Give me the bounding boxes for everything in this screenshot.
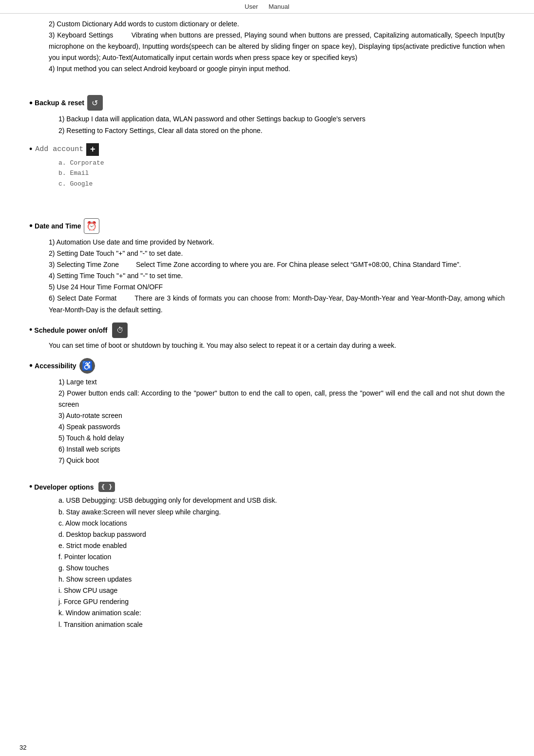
access-item6: 6) Install web scripts xyxy=(29,444,505,455)
datetime-item5: 5) Use 24 Hour Time Format ON/OFF xyxy=(29,282,505,293)
schedule-title: Schedule power on/off xyxy=(34,326,107,334)
keyboard-item3: 3) Keyboard Settings Vibrating when butt… xyxy=(29,30,505,63)
dev-item-b: b. Stay awake:Screen will never sleep wh… xyxy=(29,507,505,518)
backup-header: • Backup & reset ↺ xyxy=(29,95,505,111)
dev-item-j: j. Force GPU rendering xyxy=(29,596,505,607)
datetime-item6: 6) Select Date Format There are 3 kinds … xyxy=(29,293,505,315)
page-header: User Manual xyxy=(0,0,534,14)
add-account-item-c: c. Google xyxy=(29,179,505,189)
backup-item1: 1) Backup I data will application data, … xyxy=(29,113,505,125)
schedule-icon: ⏱ xyxy=(112,322,128,338)
dev-item-g: g. Show touches xyxy=(29,563,505,574)
keyboard-item2: 2) Custom Dictionary Add words to custom… xyxy=(29,19,505,30)
add-account-item-a: a. Corporate xyxy=(29,158,505,168)
accessibility-section: • Accessibility ♿ 1) Large text 2) Power… xyxy=(29,358,505,467)
add-account-header: • Add account + xyxy=(29,143,505,156)
datetime-item3: 3) Selecting Time Zone Select Time Zone … xyxy=(29,259,505,270)
accessibility-icon: ♿ xyxy=(79,358,95,374)
keyboard-section: 2) Custom Dictionary Add words to custom… xyxy=(29,19,505,75)
backup-title: Backup & reset xyxy=(35,99,84,107)
schedule-section: • Schedule power on/off ⏱ You can set ti… xyxy=(29,322,505,351)
date-time-bullet: • xyxy=(29,220,33,231)
access-item1: 1) Large text xyxy=(29,377,505,388)
page-number: 32 xyxy=(19,744,26,751)
header-left: User xyxy=(245,3,258,10)
dev-item-e: e. Strict mode enabled xyxy=(29,540,505,551)
access-item2: 2) Power button ends call: According to … xyxy=(29,388,505,410)
developer-icon: { } xyxy=(98,482,114,492)
dev-item-i: i. Show CPU usage xyxy=(29,585,505,596)
date-time-section: • Date and Time ⏰ 1) Automation Use date… xyxy=(29,218,505,316)
schedule-text: You can set time of boot or shutdown by … xyxy=(29,340,505,351)
dev-item-k: k. Window animation scale: xyxy=(29,607,505,619)
add-account-title: Add account xyxy=(35,145,83,153)
dev-item-d: d. Desktop backup password xyxy=(29,529,505,540)
dev-item-l: l. Transition animation scale xyxy=(29,619,505,630)
accessibility-bullet: • xyxy=(29,360,33,371)
access-item5: 5) Touch & hold delay xyxy=(29,433,505,444)
dev-item-c: c. Alow mock locations xyxy=(29,518,505,529)
access-item7: 7) Quick boot xyxy=(29,455,505,466)
header-right: Manual xyxy=(268,3,289,10)
access-item3: 3) Auto-rotate screen xyxy=(29,410,505,421)
dev-item-f: f. Pointer location xyxy=(29,551,505,563)
add-account-bullet: • xyxy=(29,144,32,154)
add-account-icon: + xyxy=(86,143,99,156)
developer-title: Developer options xyxy=(34,483,94,491)
date-time-icon: ⏰ xyxy=(84,218,99,234)
dev-item-h: h. Show screen updates xyxy=(29,574,505,585)
add-account-section: • Add account + a. Corporate b. Email c.… xyxy=(29,143,505,189)
keyboard-item4: 4) Input method you can select Android k… xyxy=(29,63,505,75)
add-account-item-b: b. Email xyxy=(29,168,505,178)
backup-item2: 2) Resetting to Factory Settings, Clear … xyxy=(29,125,505,136)
developer-section: • Developer options { } a. USB Debugging… xyxy=(29,482,505,630)
access-item4: 4) Speak passwords xyxy=(29,421,505,433)
accessibility-header: • Accessibility ♿ xyxy=(29,358,505,374)
backup-reset-icon: ↺ xyxy=(87,95,103,111)
schedule-bullet: • xyxy=(29,325,32,335)
accessibility-title: Accessibility xyxy=(35,362,76,370)
backup-bullet: • xyxy=(29,97,33,109)
backup-section: • Backup & reset ↺ 1) Backup I data will… xyxy=(29,95,505,136)
datetime-item2: 2) Setting Date Touch "+" and "-" to set… xyxy=(29,248,505,259)
datetime-item1: 1) Automation Use date and time provided… xyxy=(29,237,505,248)
datetime-item4: 4) Setting Time Touch "+" and "-" to set… xyxy=(29,270,505,282)
date-time-header: • Date and Time ⏰ xyxy=(29,218,505,234)
developer-bullet: • xyxy=(29,482,32,492)
dev-item-a: a. USB Debugging: USB debugging only for… xyxy=(29,495,505,506)
date-time-title: Date and Time xyxy=(35,222,81,230)
